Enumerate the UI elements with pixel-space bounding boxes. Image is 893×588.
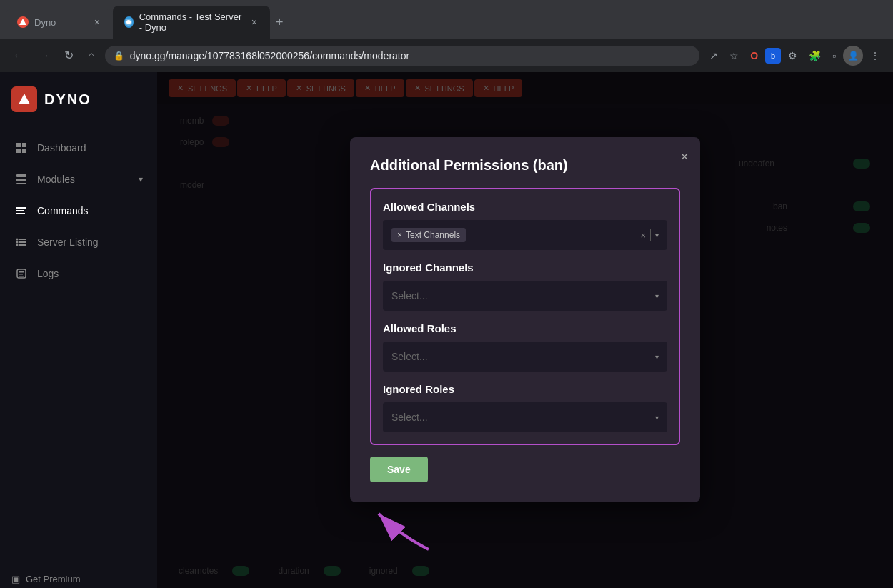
svg-rect-19	[19, 244, 26, 246]
tab-commands[interactable]: Commands - Test Server - Dyno ×	[113, 6, 270, 39]
tab-close-commands[interactable]: ×	[250, 15, 259, 29]
modal-overlay: Additional Permissions (ban) × Allowed C…	[157, 72, 893, 588]
tab-dyno[interactable]: Dyno ×	[6, 9, 113, 35]
sidebar-label-commands: Commands	[37, 205, 89, 216]
chevron-down-icon: ▾	[139, 174, 143, 184]
tag-label: Text Channels	[406, 230, 460, 240]
divider	[650, 229, 651, 241]
svg-rect-15	[19, 239, 26, 240]
back-button[interactable]: ←	[9, 45, 29, 66]
tab-close-dyno[interactable]: ×	[93, 15, 101, 29]
profile-icon[interactable]: 👤	[843, 46, 863, 66]
logo-icon	[11, 86, 37, 112]
permissions-modal: Additional Permissions (ban) × Allowed C…	[350, 137, 700, 502]
svg-point-14	[16, 239, 19, 241]
sidebar-label-logs: Logs	[37, 268, 59, 279]
allowed-channels-select[interactable]: × Text Channels × ▾	[383, 220, 667, 250]
forward-button[interactable]: →	[34, 45, 54, 66]
app-container: DYNO Dashboard Modules ▾ Commands	[0, 72, 893, 588]
sidebar-label-server-listing: Server Listing	[37, 236, 99, 248]
tab-title-dyno: Dyno	[34, 17, 56, 28]
svg-point-18	[16, 244, 19, 246]
arrow-annotation	[364, 485, 457, 559]
list-icon	[14, 235, 29, 249]
modal-close-button[interactable]: ×	[680, 149, 689, 165]
svg-marker-3	[19, 94, 30, 104]
allowed-channels-label: Allowed Channels	[383, 201, 667, 213]
lock-icon: 🔒	[114, 51, 124, 61]
ignored-channels-section: Ignored Channels Select... ▾	[383, 261, 667, 311]
menu-button[interactable]: ⋮	[866, 46, 884, 66]
svg-point-2	[126, 20, 131, 24]
sidebar-item-dashboard[interactable]: Dashboard	[0, 132, 157, 164]
sidebar-logo: DYNO	[0, 72, 157, 126]
svg-rect-22	[19, 274, 23, 275]
svg-rect-21	[19, 271, 24, 273]
svg-rect-11	[16, 207, 26, 209]
sidebar-item-logs[interactable]: Logs	[0, 258, 157, 289]
svg-rect-6	[16, 149, 21, 153]
sidebar-label-modules: Modules	[37, 174, 75, 185]
sidebar-item-modules[interactable]: Modules ▾	[0, 164, 157, 195]
sidebar-nav: Dashboard Modules ▾ Commands Server	[0, 126, 157, 295]
tab-title-commands: Commands - Test Server - Dyno	[139, 11, 244, 33]
opera-icon: O	[746, 46, 762, 66]
allowed-roles-placeholder: Select...	[391, 351, 651, 362]
svg-rect-23	[19, 276, 24, 277]
ignored-roles-label: Ignored Roles	[383, 383, 667, 395]
sidebar: DYNO Dashboard Modules ▾ Commands	[0, 72, 157, 588]
reload-button[interactable]: ↻	[60, 44, 78, 66]
sidebar-footer[interactable]: ▣ Get Premium	[0, 562, 157, 588]
split-view-icon[interactable]: ▫	[828, 46, 840, 66]
tab-favicon-commands	[124, 16, 134, 28]
svg-rect-17	[19, 241, 26, 243]
nav-bar: ← → ↻ ⌂ 🔒 dyno.gg/manage/107783168l05200…	[0, 39, 893, 72]
svg-rect-8	[16, 174, 26, 177]
text-channels-tag: × Text Channels	[391, 228, 466, 242]
extensions-icon[interactable]: ⚙	[784, 46, 802, 66]
sidebar-label-dashboard: Dashboard	[37, 142, 86, 154]
modules-icon	[14, 172, 29, 186]
svg-rect-4	[16, 143, 21, 147]
modal-body: Allowed Channels × Text Channels × ▾	[370, 188, 680, 445]
svg-rect-10	[16, 183, 26, 184]
sidebar-item-server-listing[interactable]: Server Listing	[0, 226, 157, 258]
ignored-roles-select[interactable]: Select... ▾	[383, 402, 667, 432]
premium-icon: ▣	[11, 574, 20, 584]
puzzle-icon[interactable]: 🧩	[804, 46, 825, 66]
allowed-roles-arrow-icon[interactable]: ▾	[655, 353, 659, 361]
arrow-svg	[364, 485, 457, 557]
svg-marker-0	[19, 19, 26, 25]
address-bar[interactable]: 🔒 dyno.gg/manage/107783168l052000256/com…	[105, 46, 699, 66]
allowed-roles-select[interactable]: Select... ▾	[383, 342, 667, 372]
share-button[interactable]: ↗	[705, 46, 722, 66]
main-content: ✕ SETTINGS ✕ HELP ✕ SETTINGS ✕ HELP ✕ SE…	[157, 72, 893, 588]
tab-favicon-dyno	[17, 16, 29, 28]
tag-x[interactable]: ×	[397, 230, 402, 240]
url-text: dyno.gg/manage/107783168l052000256/comma…	[130, 50, 691, 61]
allowed-roles-label: Allowed Roles	[383, 322, 667, 334]
new-tab-button[interactable]: +	[270, 12, 289, 33]
get-premium-item[interactable]: ▣ Get Premium	[11, 574, 146, 584]
allowed-roles-section: Allowed Roles Select... ▾	[383, 322, 667, 372]
clear-icon[interactable]: ×	[640, 230, 646, 241]
dropdown-arrow-icon[interactable]: ▾	[655, 231, 659, 239]
svg-point-16	[16, 241, 19, 244]
ignored-channels-placeholder: Select...	[391, 290, 651, 302]
commands-icon	[14, 204, 29, 218]
ignored-channels-arrow-icon[interactable]: ▾	[655, 292, 659, 300]
allowed-channels-section: Allowed Channels × Text Channels × ▾	[383, 201, 667, 250]
svg-rect-5	[22, 143, 26, 147]
ignored-roles-arrow-icon[interactable]: ▾	[655, 414, 659, 422]
bookmark-button[interactable]: ☆	[725, 46, 743, 66]
ignored-channels-label: Ignored Channels	[383, 261, 667, 274]
nav-actions: ↗ ☆ O b ⚙ 🧩 ▫ 👤 ⋮	[705, 46, 884, 66]
modal-title: Additional Permissions (ban)	[370, 157, 680, 174]
sidebar-item-commands[interactable]: Commands	[0, 195, 157, 226]
ignored-roles-placeholder: Select...	[391, 412, 651, 423]
home-button[interactable]: ⌂	[84, 45, 99, 66]
ignored-channels-select[interactable]: Select... ▾	[383, 281, 667, 311]
tab-bar: Dyno × Commands - Test Server - Dyno × +	[0, 0, 893, 39]
save-button[interactable]: Save	[370, 457, 428, 482]
bitwarden-icon: b	[765, 48, 781, 64]
